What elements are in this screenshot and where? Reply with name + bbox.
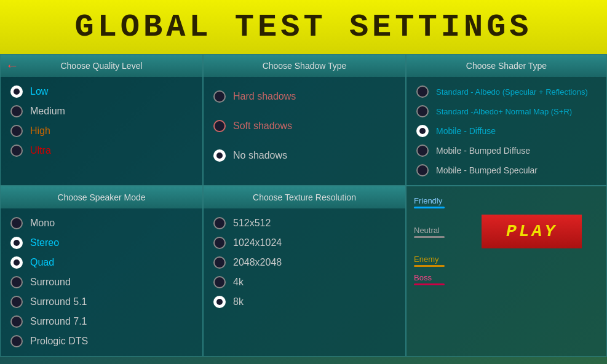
quality-body: Low Medium High Ultra (1, 77, 202, 165)
speaker-stereo-label: Stereo (30, 237, 59, 248)
quality-medium-label: Medium (30, 106, 65, 117)
speaker-panel: Choose Speaker Mode Mono Stereo Quad Sur… (0, 186, 203, 357)
radio-surround71 (10, 315, 23, 328)
radio-surround51 (10, 296, 23, 308)
shader-mobile-specular[interactable]: Mobile - Bumped Specular (414, 160, 599, 180)
radio-mobile-diffuse (416, 125, 429, 137)
friendly-bar (414, 207, 445, 208)
speaker-prologic[interactable]: Prologic DTS (8, 331, 195, 351)
shader-mobile-bumped-label: Mobile - Bumped Diffuse (436, 146, 530, 156)
boss-label: Boss (414, 273, 599, 282)
boss-bar (414, 283, 445, 285)
speaker-header: Choose Speaker Mode (1, 186, 202, 208)
shader-standard-normal-label: Standard -Albedo+ Normal Map (S+R) (436, 107, 572, 116)
quality-high[interactable]: High (8, 121, 195, 141)
right-bottom: Friendly Neutral PLAY Enemy Boss (406, 186, 607, 357)
quality-low-label: Low (30, 86, 48, 97)
speaker-surround71-label: Surround 7.1 (30, 316, 87, 327)
speaker-surround51-label: Surround 5.1 (30, 296, 87, 307)
shader-mobile-diffuse-label: Mobile - Diffuse (436, 126, 496, 136)
speaker-quad-label: Quad (30, 257, 54, 268)
radio-2048 (213, 256, 226, 269)
texture-4k[interactable]: 4k (211, 272, 398, 292)
texture-1024[interactable]: 1024x1024 (211, 233, 398, 253)
shader-standard-normal[interactable]: Standard -Albedo+ Normal Map (S+R) (414, 101, 599, 121)
radio-8k (213, 296, 226, 308)
speaker-surround51[interactable]: Surround 5.1 (8, 292, 195, 312)
radio-standard-albedo (416, 85, 429, 98)
radio-mono (10, 217, 23, 229)
radio-512 (213, 217, 226, 229)
quality-ultra[interactable]: Ultra (8, 141, 195, 160)
speaker-surround[interactable]: Surround (8, 272, 195, 292)
quality-medium[interactable]: Medium (8, 101, 195, 121)
radio-soft (213, 120, 226, 132)
shadow-body: Hard shadows Soft shadows No shadows (204, 77, 405, 175)
quality-panel: ← Choose Quality Level Low Medium High U… (0, 54, 203, 186)
texture-1024-label: 1024x1024 (233, 237, 282, 248)
enemy-bar (414, 265, 445, 267)
texture-panel: Choose Texture Resolution 512x512 1024x1… (203, 186, 406, 357)
main-grid: ← Choose Quality Level Low Medium High U… (0, 54, 607, 357)
speaker-quad[interactable]: Quad (8, 253, 195, 272)
radio-standard-normal (416, 105, 429, 117)
texture-2048-label: 2048x2048 (233, 257, 282, 268)
speaker-mono[interactable]: Mono (8, 213, 195, 233)
shader-panel: Choose Shader Type Standard - Albedo (Sp… (406, 54, 607, 186)
radio-prologic (10, 335, 23, 347)
speaker-body: Mono Stereo Quad Surround Surround 5.1 S… (1, 208, 202, 356)
radio-mobile-bumped (416, 144, 429, 157)
texture-2048[interactable]: 2048x2048 (211, 253, 398, 272)
speaker-stereo[interactable]: Stereo (8, 233, 195, 253)
speaker-mono-label: Mono (30, 218, 55, 229)
texture-512[interactable]: 512x512 (211, 213, 398, 233)
back-arrow-icon[interactable]: ← (6, 58, 19, 74)
shader-body: Standard - Albedo (Specular + Reflection… (407, 77, 606, 185)
texture-512-label: 512x512 (233, 218, 271, 229)
texture-body: 512x512 1024x1024 2048x2048 4k 8k (204, 208, 405, 317)
texture-header: Choose Texture Resolution (204, 186, 405, 208)
quality-low[interactable]: Low (8, 82, 195, 101)
texture-4k-label: 4k (233, 277, 244, 288)
shadow-soft-label: Soft shadows (233, 121, 292, 132)
radio-1024 (213, 237, 226, 249)
shader-mobile-diffuse[interactable]: Mobile - Diffuse (414, 121, 599, 141)
friendly-label: Friendly (414, 196, 599, 205)
quality-high-label: High (30, 125, 50, 136)
radio-mobile-specular (416, 164, 429, 176)
radio-quad (10, 256, 23, 269)
radio-no (213, 149, 226, 162)
radio-stereo (10, 237, 23, 249)
radio-surround (10, 276, 23, 288)
shadow-no[interactable]: No shadows (211, 141, 398, 170)
shader-mobile-bumped[interactable]: Mobile - Bumped Diffuse (414, 141, 599, 160)
texture-8k-label: 8k (233, 296, 244, 307)
speaker-prologic-label: Prologic DTS (30, 336, 88, 347)
neutral-bar (414, 236, 445, 238)
radio-ultra (10, 144, 23, 157)
radio-4k (213, 276, 226, 288)
shader-mobile-specular-label: Mobile - Bumped Specular (436, 165, 538, 175)
shader-standard-albedo[interactable]: Standard - Albedo (Specular + Reflection… (414, 82, 599, 101)
speaker-surround-label: Surround (30, 277, 71, 288)
title-bar: GLOBAL TEST SETTINGS (0, 0, 607, 54)
neutral-label: Neutral (414, 226, 445, 235)
enemy-label: Enemy (414, 255, 599, 264)
shadow-soft[interactable]: Soft shadows (211, 111, 398, 141)
radio-hard (213, 90, 226, 103)
texture-8k[interactable]: 8k (211, 292, 398, 312)
shader-standard-albedo-label: Standard - Albedo (Specular + Reflection… (436, 87, 588, 97)
radio-medium (10, 105, 23, 117)
radio-low (10, 85, 23, 98)
quality-header: ← Choose Quality Level (1, 55, 202, 77)
speaker-surround71[interactable]: Surround 7.1 (8, 312, 195, 331)
radio-high (10, 125, 23, 137)
quality-ultra-label: Ultra (30, 145, 51, 156)
shadow-hard[interactable]: Hard shadows (211, 82, 398, 111)
play-button[interactable]: PLAY (482, 215, 582, 248)
page-title: GLOBAL TEST SETTINGS (74, 9, 532, 46)
shadow-header: Choose Shadow Type (204, 55, 405, 77)
shader-header: Choose Shader Type (407, 55, 606, 77)
shadow-no-label: No shadows (233, 150, 287, 161)
shadow-panel: Choose Shadow Type Hard shadows Soft sha… (203, 54, 406, 186)
